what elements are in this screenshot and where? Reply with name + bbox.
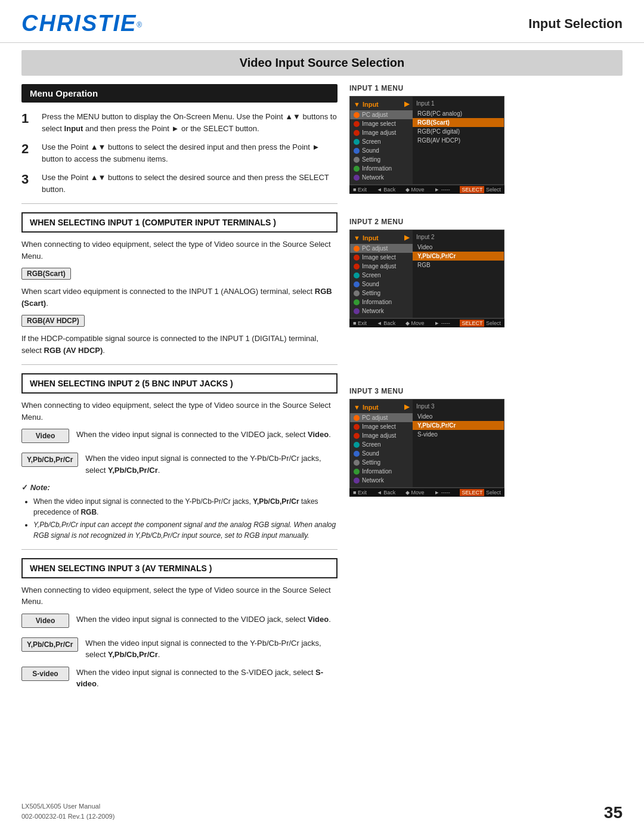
- step-2: 2 Use the Point ▲▼ buttons to select the…: [21, 141, 338, 165]
- divider-2: [21, 364, 338, 365]
- osd-item-network-2: Network: [350, 306, 413, 315]
- content-area: Menu Operation 1 Press the MENU button t…: [0, 84, 644, 696]
- note-item-2: Y,Pb/Cb,Pr/Cr input can accept the compo…: [33, 519, 338, 541]
- step-3-text: Use the Point ▲▼ buttons to select the d…: [42, 172, 338, 195]
- section3-item-video: Video When the video input signal is con…: [21, 614, 338, 631]
- section1-item-2: RGB(AV HDCP) If the HDCP-compatible sign…: [21, 315, 338, 356]
- osd-item-screen-2: Screen: [350, 271, 413, 280]
- input3-right-item-1: Y,Pb/Cb,Pr/Cr: [413, 421, 504, 430]
- page-number: 35: [604, 803, 623, 822]
- osd-item-img-select-2: Image select: [350, 253, 413, 262]
- input3-osd-right: Input 3 Video Y,Pb/Cb,Pr/Cr S-video: [413, 400, 504, 487]
- osd-item-sound-3: Sound: [350, 449, 413, 458]
- logo-tm: ®: [137, 21, 142, 29]
- section1-item2-desc: If the HDCP-compatible signal source is …: [21, 333, 338, 356]
- section1-body: When connecting to video equipment, sele…: [21, 239, 338, 262]
- sb-dash-3: ► -----: [434, 490, 450, 496]
- osd-item-info-3: Information: [350, 467, 413, 476]
- footer-left: LX505/LX605 User Manual 002-000232-01 Re…: [21, 801, 114, 822]
- osd-item-pc-adjust-2: PC adjust: [350, 244, 413, 253]
- section2-ypbcb-desc: When the video input signal is connected…: [85, 453, 338, 476]
- footer-manual: LX505/LX605 User Manual: [21, 801, 114, 812]
- menu-operation-title: Menu Operation: [30, 88, 329, 98]
- osd-item-img-adjust-3: Image adjust: [350, 431, 413, 440]
- section2-header: WHEN SELECTING INPUT 2 (5 BNC INPUT JACK…: [21, 373, 338, 394]
- section2-video-desc: When the video input signal is connected…: [76, 429, 331, 441]
- input1-left-title: ▼ Input ▶: [350, 99, 413, 110]
- input3-osd-left: ▼ Input ▶ PC adjust Image select Image a…: [350, 400, 413, 487]
- osd-item-network-3: Network: [350, 476, 413, 485]
- section1-item-1: RGB(Scart) When scart video equipment is…: [21, 268, 338, 309]
- osd-item-setting-2: Setting: [350, 289, 413, 298]
- input2-right-item-1: Y,Pb/Cb,Pr/Cr: [413, 252, 504, 261]
- sb-exit-2: ■ Exit: [353, 320, 367, 326]
- step-2-text: Use the Point ▲▼ buttons to select the d…: [42, 141, 338, 165]
- osd-item-img-select-3: Image select: [350, 422, 413, 431]
- sb-move-2: ◆ Move: [405, 320, 425, 326]
- osd-item-sound-2: Sound: [350, 280, 413, 289]
- header: CHRISTIE® Input Selection: [0, 0, 644, 43]
- tag-svideo: S-video: [21, 667, 69, 681]
- note-item-1: When the video input signal is connected…: [33, 496, 338, 518]
- sb-exit-3: ■ Exit: [353, 490, 367, 496]
- osd-item-img-select-1: Image select: [350, 119, 413, 128]
- sb-dash-1: ► -----: [434, 187, 450, 193]
- sb-dash-2: ► -----: [434, 320, 450, 326]
- input3-statusbar: ■ Exit ◄ Back ◆ Move ► ----- SELECT Sele…: [349, 488, 504, 497]
- input2-right-title: Input 2: [413, 233, 504, 243]
- input2-osd-right: Input 2 Video Y,Pb/Cb,Pr/Cr RGB: [413, 230, 504, 318]
- osd-item-screen-3: Screen: [350, 440, 413, 449]
- input3-right-item-0: Video: [413, 412, 504, 421]
- page-title-banner: Video Input Source Selection: [21, 50, 623, 76]
- input1-osd-left: ▼ Input ▶ PC adjust Image select Image a…: [350, 97, 413, 184]
- section3-title: WHEN SELECTING INPUT 3 (AV TERMINALS ): [30, 563, 329, 573]
- input3-left-title: ▼ Input ▶: [350, 402, 413, 413]
- input1-right-title: Input 1: [413, 99, 504, 109]
- input2-menu-section: INPUT 2 MENU ▼ Input ▶ PC adjust Image s…: [349, 218, 623, 327]
- footer-part: 002-000232-01 Rev.1 (12-2009): [21, 812, 114, 822]
- osd-item-info-1: Information: [350, 164, 413, 173]
- input1-right-item-2: RGB(PC digital): [413, 127, 504, 136]
- input1-menu-label: INPUT 1 MENU: [349, 84, 623, 92]
- input1-menu-section: INPUT 1 MENU ▼ Input ▶ PC adjust Image s…: [349, 84, 623, 194]
- input2-statusbar: ■ Exit ◄ Back ◆ Move ► ----- SELECT Sele…: [349, 318, 504, 327]
- input1-right-item-3: RGB(AV HDCP): [413, 136, 504, 145]
- sb-back-1: ◄ Back: [377, 187, 395, 193]
- tag-video-2: Video: [21, 429, 69, 443]
- section3-video-desc: When the video input signal is connected…: [76, 614, 331, 625]
- section3-svideo-desc: When the video input signal is connected…: [76, 667, 338, 690]
- osd-item-info-2: Information: [350, 298, 413, 306]
- sb-select-1: SELECT Select: [460, 187, 501, 193]
- step-2-num: 2: [21, 141, 36, 165]
- input2-left-title: ▼ Input ▶: [350, 233, 413, 244]
- section2-item-video: Video When the video input signal is con…: [21, 429, 338, 447]
- osd-item-screen-1: Screen: [350, 137, 413, 146]
- input2-osd-left: ▼ Input ▶ PC adjust Image select Image a…: [350, 230, 413, 318]
- step-1-num: 1: [21, 111, 36, 134]
- sb-back-3: ◄ Back: [377, 490, 395, 496]
- input2-menu-label: INPUT 2 MENU: [349, 218, 623, 226]
- divider-3: [21, 549, 338, 550]
- section2-body: When connecting to video equipment, sele…: [21, 400, 338, 423]
- section1-title: WHEN SELECTING INPUT 1 (COMPUTER INPUT T…: [30, 218, 329, 227]
- osd-item-sound-1: Sound: [350, 146, 413, 155]
- osd-item-pc-adjust-3: PC adjust: [350, 413, 413, 422]
- sb-move-1: ◆ Move: [405, 187, 425, 193]
- sb-back-2: ◄ Back: [377, 320, 395, 326]
- step-1: 1 Press the MENU button to display the O…: [21, 111, 338, 134]
- left-column: Menu Operation 1 Press the MENU button t…: [21, 84, 338, 696]
- sb-exit-1: ■ Exit: [353, 187, 367, 193]
- menu-operation-box: Menu Operation: [21, 84, 338, 103]
- osd-item-img-adjust-1: Image adjust: [350, 128, 413, 137]
- input1-statusbar: ■ Exit ◄ Back ◆ Move ► ----- SELECT Sele…: [349, 185, 504, 194]
- steps-list: 1 Press the MENU button to display the O…: [21, 111, 338, 195]
- osd-item-network-1: Network: [350, 173, 413, 182]
- sb-move-3: ◆ Move: [405, 490, 425, 496]
- section1-item1-desc: When scart video equipment is connected …: [21, 286, 338, 309]
- tag-rgb-av-hdcp: RGB(AV HDCP): [21, 315, 85, 327]
- input1-right-item-1: RGB(Scart): [413, 118, 504, 127]
- section2-item-ypbcb: Y,Pb/Cb,Pr/Cr When the video input signa…: [21, 453, 338, 476]
- input3-right-item-2: S-video: [413, 430, 504, 439]
- tag-video-3: Video: [21, 614, 69, 628]
- input3-right-title: Input 3: [413, 402, 504, 412]
